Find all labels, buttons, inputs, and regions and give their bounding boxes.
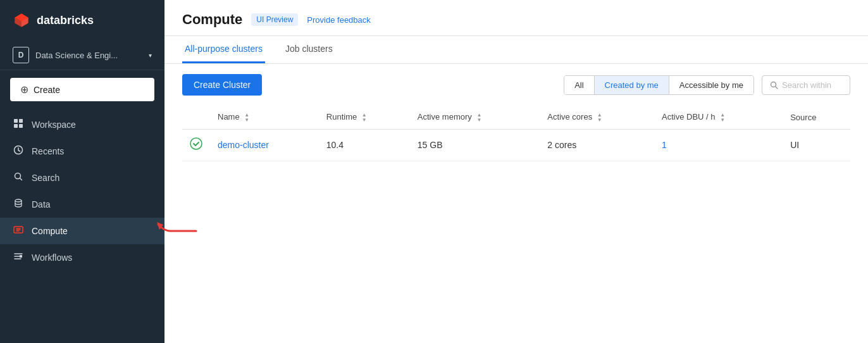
table-body: demo-cluster 10.4 15 GB 2 cores 1 UI bbox=[182, 129, 850, 161]
ui-preview-badge: UI Preview bbox=[251, 13, 298, 26]
filter-group: All Created by me Accessible by me bbox=[564, 75, 754, 95]
filter-created-by-me-button[interactable]: Created by me bbox=[595, 76, 669, 94]
name-sort-icon[interactable]: ▲▼ bbox=[244, 113, 249, 123]
cluster-source-cell: UI bbox=[783, 129, 850, 161]
runtime-sort-icon[interactable]: ▲▼ bbox=[362, 113, 367, 123]
col-name[interactable]: Name ▲▼ bbox=[210, 106, 319, 129]
cluster-active-dbu-cell: 1 bbox=[654, 129, 783, 161]
sidebar-item-compute[interactable]: Compute bbox=[0, 218, 164, 244]
filter-accessible-by-me-button[interactable]: Accessible by me bbox=[669, 76, 753, 94]
col-runtime[interactable]: Runtime ▲▼ bbox=[319, 106, 410, 129]
data-icon bbox=[13, 198, 24, 211]
running-status-icon bbox=[190, 140, 202, 153]
search-within-input[interactable]: Search within bbox=[762, 75, 850, 95]
col-active-dbu[interactable]: Active DBU / h ▲▼ bbox=[654, 106, 783, 129]
sidebar-item-recents[interactable]: Recents bbox=[0, 138, 164, 165]
sidebar-item-workflows[interactable]: Workflows bbox=[0, 244, 164, 271]
sidebar-item-data-label: Data bbox=[32, 199, 51, 209]
cluster-active-memory-cell: 15 GB bbox=[410, 129, 540, 161]
svg-rect-4 bbox=[14, 119, 18, 123]
source-value: UI bbox=[790, 140, 799, 150]
cluster-runtime-cell: 10.4 bbox=[319, 129, 410, 161]
search-within-icon bbox=[770, 81, 778, 89]
chevron-down-icon: ▾ bbox=[149, 52, 152, 59]
main-content: Compute UI Preview Provide feedback All-… bbox=[164, 0, 868, 343]
feedback-link[interactable]: Provide feedback bbox=[307, 15, 370, 25]
svg-marker-12 bbox=[157, 222, 163, 230]
logo: databricks bbox=[0, 0, 164, 41]
sidebar-item-recents-label: Recents bbox=[32, 146, 64, 156]
table-row: demo-cluster 10.4 15 GB 2 cores 1 UI bbox=[182, 129, 850, 161]
active-memory-sort-icon[interactable]: ▲▼ bbox=[476, 113, 481, 123]
filter-all-button[interactable]: All bbox=[564, 76, 594, 94]
svg-rect-7 bbox=[19, 124, 23, 128]
sidebar-item-workspace-label: Workspace bbox=[32, 120, 76, 130]
search-nav-icon bbox=[13, 172, 24, 184]
svg-point-15 bbox=[190, 138, 202, 149]
svg-point-14 bbox=[771, 82, 776, 87]
cluster-name-cell: demo-cluster bbox=[210, 129, 319, 161]
sidebar-item-workspace[interactable]: Workspace bbox=[0, 111, 164, 138]
page-title: Compute bbox=[182, 11, 242, 28]
logo-text: databricks bbox=[37, 14, 94, 27]
databricks-logo-icon bbox=[13, 11, 30, 29]
svg-point-10 bbox=[15, 199, 22, 202]
col-source: Source bbox=[783, 106, 850, 129]
sidebar-item-workflows-label: Workflows bbox=[32, 253, 72, 263]
page-header: Compute UI Preview Provide feedback bbox=[164, 0, 868, 36]
svg-rect-13 bbox=[20, 255, 22, 258]
col-active-cores[interactable]: Active cores ▲▼ bbox=[540, 106, 654, 129]
create-cluster-button[interactable]: Create Cluster bbox=[182, 74, 262, 96]
active-dbu-sort-icon[interactable]: ▲▼ bbox=[720, 113, 725, 123]
workspace-nav-icon bbox=[13, 118, 24, 131]
sidebar-item-compute-label: Compute bbox=[32, 226, 68, 236]
sidebar-item-search[interactable]: Search bbox=[0, 165, 164, 191]
cluster-active-cores-cell: 2 cores bbox=[540, 129, 654, 161]
workflows-icon bbox=[13, 251, 24, 264]
cluster-name-link[interactable]: demo-cluster bbox=[218, 140, 269, 150]
workspace-icon: D bbox=[13, 47, 29, 63]
compute-icon bbox=[13, 225, 24, 237]
dbu-value: 1 bbox=[662, 140, 667, 150]
col-active-memory[interactable]: Active memory ▲▼ bbox=[410, 106, 540, 129]
clusters-table: Name ▲▼ Runtime ▲▼ Active memory ▲▼ Acti… bbox=[182, 106, 850, 161]
plus-icon: ⊕ bbox=[20, 84, 28, 96]
sidebar-item-data[interactable]: Data bbox=[0, 191, 164, 218]
cluster-tabs: All-purpose clusters Job clusters bbox=[164, 36, 868, 64]
workspace-label: Data Science & Engi... bbox=[35, 51, 142, 60]
table-header: Name ▲▼ Runtime ▲▼ Active memory ▲▼ Acti… bbox=[182, 106, 850, 129]
sidebar-item-search-label: Search bbox=[32, 173, 59, 183]
workspace-switcher[interactable]: D Data Science & Engi... ▾ bbox=[0, 41, 164, 70]
tab-job-clusters[interactable]: Job clusters bbox=[283, 36, 335, 63]
toolbar: Create Cluster All Created by me Accessi… bbox=[164, 64, 868, 106]
active-cores-sort-icon[interactable]: ▲▼ bbox=[597, 113, 602, 123]
col-status bbox=[182, 106, 210, 129]
clusters-table-container: Name ▲▼ Runtime ▲▼ Active memory ▲▼ Acti… bbox=[164, 106, 868, 343]
create-button[interactable]: ⊕ Create bbox=[10, 78, 154, 101]
recents-icon bbox=[13, 145, 24, 158]
sidebar: databricks D Data Science & Engi... ▾ ⊕ … bbox=[0, 0, 164, 343]
tab-all-purpose[interactable]: All-purpose clusters bbox=[182, 36, 265, 63]
svg-rect-5 bbox=[19, 119, 23, 123]
nav-items: Workspace Recents Search Data bbox=[0, 109, 164, 343]
svg-rect-6 bbox=[14, 124, 18, 128]
cluster-status-cell bbox=[182, 129, 210, 161]
